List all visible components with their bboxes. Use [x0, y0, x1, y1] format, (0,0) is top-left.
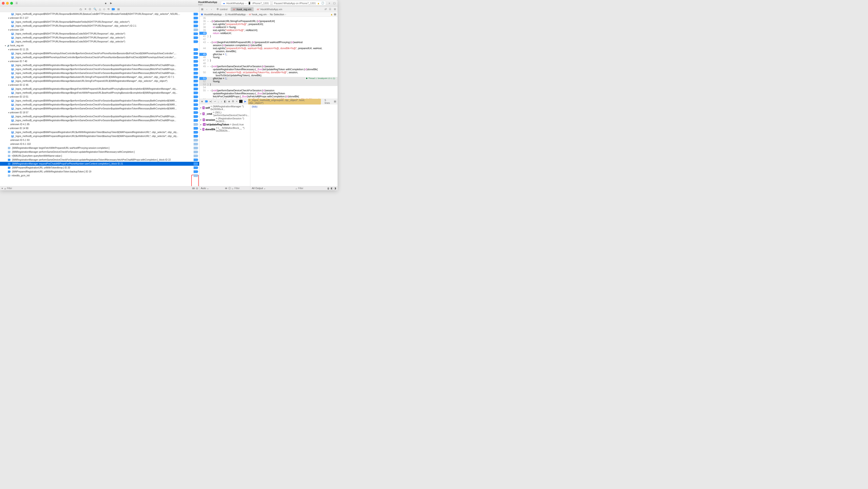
- breakpoint-tag-icon[interactable]: [194, 68, 198, 71]
- breakpoint-row[interactable]: -[WARegistrationManager performSameDevic…: [0, 150, 199, 154]
- breakpoint-row[interactable]: _logos_method$_ungrouped$WARegistrationM…: [0, 103, 199, 107]
- library-icon[interactable]: ▢: [333, 2, 336, 5]
- fold-icon[interactable]: [207, 47, 209, 50]
- breakpoint-row[interactable]: _logos_method$_ungrouped$WARegistrationM…: [0, 79, 199, 83]
- breakpoint-tag-icon[interactable]: [194, 111, 198, 114]
- grid-icon[interactable]: ▦: [200, 8, 204, 11]
- breakpoint-row[interactable]: _logos_method$_ungrouped$NSHTTPURLRespon…: [0, 24, 199, 28]
- breakpoint-row[interactable]: +[WAURLQueryItem queryItemWithName:value…: [0, 154, 199, 158]
- line-gutter[interactable]: [199, 95, 207, 98]
- breakpoint-tag-icon[interactable]: [194, 40, 198, 43]
- code-line[interactable]: 56 iosLogInfo("session=%@, isUpdateRegTo…: [199, 98, 338, 99]
- code-line[interactable]: 48: [199, 62, 338, 65]
- hide-debug-icon[interactable]: ▼: [201, 100, 203, 103]
- breakpoint-row[interactable]: ▾unknown ID 12 45: [0, 83, 199, 87]
- fold-icon[interactable]: [207, 50, 209, 53]
- fold-icon[interactable]: [207, 95, 209, 98]
- disclosure-icon[interactable]: ▾: [7, 48, 10, 51]
- filter-input[interactable]: [7, 187, 191, 190]
- search-icon[interactable]: 🔍: [93, 8, 97, 11]
- breakpoint-row[interactable]: -[WAPreparedRegistrationURL urlWithToken…: [0, 166, 199, 170]
- breakpoint-row[interactable]: ▾unknown ID 14 90: [0, 126, 199, 130]
- disclosure-icon[interactable]: ▸: [200, 112, 202, 115]
- symbol-icon[interactable]: ⌬: [89, 8, 91, 11]
- trash-icon[interactable]: 🗑: [327, 187, 330, 190]
- jump-bar[interactable]: ▣ HookWhatsApp 🗀HookWhatsApp m'hook_reg.…: [199, 12, 338, 17]
- fold-icon[interactable]: [207, 56, 209, 59]
- step-into-icon[interactable]: ↓: [218, 100, 219, 103]
- code-line[interactable]: fetchPreChatdABProps:(_Bool)isFetchABPro…: [199, 95, 338, 98]
- view-debug-icon[interactable]: ◧: [224, 100, 226, 103]
- breakpoint-tag-icon[interactable]: [194, 139, 198, 141]
- disclosure-icon[interactable]: ▾: [7, 17, 10, 19]
- fold-icon[interactable]: –: [207, 41, 209, 44]
- breakpoint-row[interactable]: ▾unknown ID 13 51: [0, 95, 199, 99]
- filter-matched-icon[interactable]: ◍: [196, 187, 198, 190]
- disclosure-icon[interactable]: ▸: [200, 106, 202, 109]
- line-gutter[interactable]: 47: [199, 59, 207, 62]
- breakpoint-row[interactable]: _logos_method$_ungrouped$NSHTTPURLRespon…: [0, 12, 199, 16]
- issue-icon[interactable]: △: [99, 8, 101, 11]
- breakpoint-tag-icon[interactable]: [194, 56, 198, 59]
- thread-icon[interactable]: ▢: [239, 100, 243, 103]
- breakpoint-tag-icon[interactable]: [194, 72, 198, 75]
- breakpoint-row[interactable]: _logos_method$_ungrouped$NSHTTPURLRespon…: [0, 36, 199, 40]
- variable-row[interactable]: ▸AdoneBlk = (__NSMallocBlock__ *) 0x2809…: [200, 126, 250, 132]
- breakpoint-row[interactable]: -[WARegistrationManager beginFetchWithPr…: [0, 146, 199, 150]
- line-gutter[interactable]: 37: [199, 23, 207, 26]
- breakpoint-tag-icon[interactable]: [194, 25, 198, 27]
- fold-icon[interactable]: [207, 71, 209, 74]
- code-line[interactable]: 41}}: [199, 35, 338, 38]
- code-line[interactable]: 37 iosLogInfo("preparedUrl=%@", prepared…: [199, 23, 338, 26]
- code-line[interactable]: 40 return retAbsUrl;: [199, 32, 338, 35]
- variable-row[interactable]: ▸AisUpdateRegToken = (bool) true: [200, 123, 250, 126]
- breakpoint-row[interactable]: ▾unknown ID 7 40: [0, 59, 199, 63]
- breakpoint-tag-icon[interactable]: [194, 21, 198, 24]
- project-name[interactable]: HookWhatsApp: [198, 1, 217, 3]
- visibility-icon[interactable]: 👁: [225, 187, 227, 190]
- breakpoint-tag-icon[interactable]: [194, 166, 198, 169]
- breakpoint-row[interactable]: -[WAPreparedRegistrationURL urlWithRegis…: [0, 170, 199, 173]
- code-line[interactable]: session, doneBlk);: [199, 50, 338, 53]
- breakpoint-tag-icon[interactable]: [194, 127, 198, 130]
- callers-icon[interactable]: ▤: [334, 100, 336, 103]
- folder-icon[interactable]: 🗀: [80, 8, 82, 11]
- line-gutter[interactable]: 49: [199, 65, 207, 68]
- debug-icon[interactable]: ⟲: [107, 8, 110, 11]
- code-line[interactable]: 47}}: [199, 59, 338, 62]
- breakpoint-row[interactable]: _logos_method$_ungrouped$WARegistrationM…: [0, 107, 199, 110]
- code-line[interactable]: 36–- (id)absoluteURLStringForPreparedURL…: [199, 20, 338, 23]
- fold-icon[interactable]: }: [207, 35, 209, 38]
- memory-graph-icon[interactable]: ◈: [228, 100, 230, 103]
- fold-icon[interactable]: [207, 32, 209, 35]
- disclosure-icon[interactable]: ▸: [200, 128, 202, 131]
- breakpoint-row[interactable]: _logos_method$_ungrouped$NSHTTPURLRespon…: [0, 20, 199, 24]
- line-gutter[interactable]: 56: [199, 98, 207, 99]
- output-label[interactable]: All Output ⌄: [252, 187, 266, 190]
- environment-icon[interactable]: ⚙: [232, 100, 234, 103]
- code-line[interactable]: boolToStr(isUpdateRegToken), doneBlk);: [199, 74, 338, 77]
- add-breakpoint-icon[interactable]: ＋: [1, 187, 3, 190]
- run-icon[interactable]: ▶: [110, 2, 113, 5]
- disclosure-icon[interactable]: ▾: [7, 60, 10, 63]
- breakpoint-tag-icon[interactable]: [194, 80, 198, 83]
- breakpoints-toggle-icon[interactable]: [205, 100, 208, 102]
- breakpoint-row[interactable]: _logos_method$_ungrouped$WAPhoneInputVie…: [0, 52, 199, 55]
- fold-icon[interactable]: –: [207, 65, 209, 68]
- line-gutter[interactable]: [199, 50, 207, 53]
- add-icon[interactable]: ＋: [328, 2, 331, 5]
- breakpoint-row[interactable]: unknown ID 5.1 93: [0, 138, 199, 142]
- code-line[interactable]: 53}}: [199, 83, 338, 86]
- disclosure-icon[interactable]: ▾: [4, 44, 6, 47]
- breakpoint-row[interactable]: _logos_method$_ungrouped$WAPreparedRegis…: [0, 134, 199, 138]
- breakpoint-tag-icon[interactable]: [194, 135, 198, 138]
- breakpoint-row[interactable]: unknown ID 6.1 102: [0, 142, 199, 146]
- code-line[interactable]: 46 %orig;: [199, 56, 338, 59]
- line-gutter[interactable]: [199, 74, 207, 77]
- line-gutter[interactable]: 41: [199, 35, 207, 38]
- breakpoint-row[interactable]: ▾unknown ID 2 127: [0, 16, 199, 20]
- breakpoint-row[interactable]: mbedtls_gcm_init: [0, 173, 199, 177]
- breakpoint-tag-icon[interactable]: [194, 17, 198, 20]
- step-out-icon[interactable]: ↑: [221, 100, 222, 103]
- fold-icon[interactable]: –: [207, 89, 209, 92]
